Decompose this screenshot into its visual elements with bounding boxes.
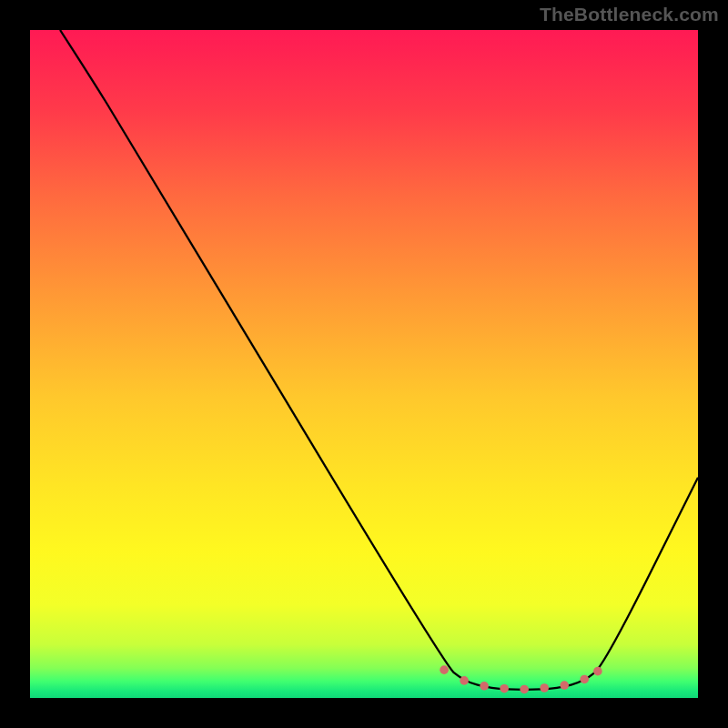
valley-marker [480, 682, 489, 691]
bottleneck-curve [60, 30, 698, 690]
valley-marker [560, 681, 569, 690]
curve-layer [30, 30, 698, 698]
valley-marker [460, 676, 469, 685]
valley-markers [440, 665, 602, 693]
valley-marker [520, 685, 529, 694]
valley-marker [593, 667, 602, 676]
valley-marker [580, 675, 589, 684]
valley-marker [540, 683, 549, 693]
valley-marker [500, 684, 509, 693]
valley-marker [440, 665, 449, 674]
chart-container: TheBottleneck.com [0, 0, 728, 728]
plot-area [30, 30, 698, 698]
watermark-text: TheBottleneck.com [540, 4, 719, 25]
